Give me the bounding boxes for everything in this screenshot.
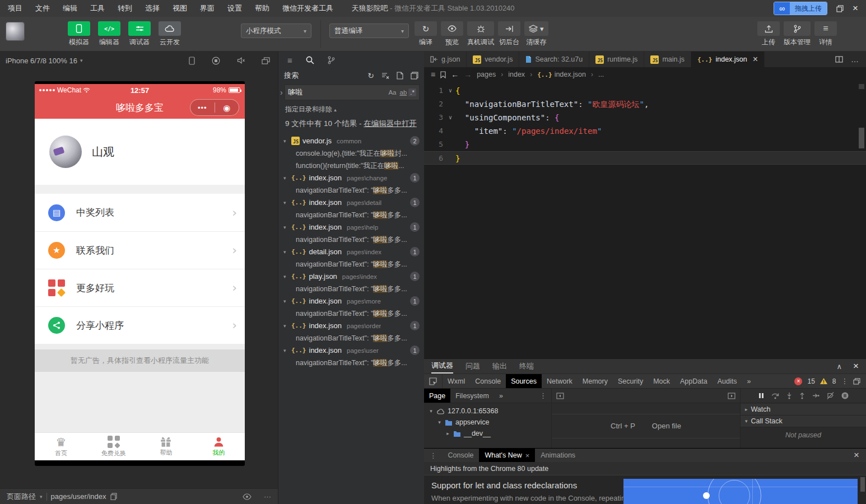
debugger-tab-终端[interactable]: 终端: [519, 359, 534, 374]
tree-node-appservice[interactable]: ▾appservice: [424, 417, 551, 428]
search-result-file[interactable]: ▾{..}index.jsonpages\detail1: [278, 197, 424, 209]
devtools-tab-AppData[interactable]: AppData: [675, 374, 713, 388]
breadcrumb-item[interactable]: ...: [598, 71, 604, 78]
drawer-menu-icon[interactable]: ⋮: [424, 449, 443, 462]
error-badge-icon[interactable]: ×: [794, 377, 802, 385]
windows-icon[interactable]: [262, 57, 270, 64]
close-tab-icon[interactable]: ×: [525, 451, 530, 460]
phone-tab-我的[interactable]: 我的: [192, 433, 245, 460]
expand-sidebar-icon[interactable]: [728, 393, 735, 399]
nav-tab-Filesystem[interactable]: Filesystem: [450, 389, 494, 403]
step-into-icon[interactable]: [786, 392, 792, 399]
forward-icon[interactable]: →: [464, 70, 472, 79]
menubar-item[interactable]: 界面: [200, 3, 215, 13]
mode-button-simulator[interactable]: 模拟器: [66, 21, 92, 47]
phone-tab-免费兑换[interactable]: 免费兑换: [87, 433, 140, 460]
search-match-line[interactable]: navigationBarTitleText": "哆啦多多...: [278, 357, 424, 369]
search-match-line[interactable]: navigationBarTitleText": "哆啦多多...: [278, 258, 424, 270]
drag-upload-button[interactable]: ∞ 拖拽上传: [774, 2, 827, 15]
fold-icon[interactable]: ∨: [445, 111, 455, 124]
toolbar-action-git-branch[interactable]: 版本管理: [784, 21, 811, 47]
search-match-line[interactable]: navigationBarTitleText": "哆啦多多...: [278, 234, 424, 246]
menubar-item[interactable]: 选择: [145, 3, 160, 13]
code-line[interactable]: 1∨{: [424, 84, 866, 97]
more-options-icon[interactable]: ···: [264, 492, 271, 501]
search-match-line[interactable]: console.log(e),{title:"我正在哆啦封...: [278, 147, 424, 160]
search-match-line[interactable]: function(){return{title:"我正在哆啦...: [278, 160, 424, 172]
clear-results-icon[interactable]: [381, 72, 389, 80]
devtools-tab-Audits[interactable]: Audits: [713, 374, 742, 388]
code-line[interactable]: 2 "navigationBarTitleText": "欧皇源码论坛",: [424, 97, 866, 111]
phone-tab-帮助[interactable]: 帮助: [140, 433, 193, 460]
breadcrumb-item[interactable]: pages: [477, 71, 496, 78]
editor-tab-vendor.js[interactable]: JSvendor.js: [467, 52, 519, 67]
step-over-icon[interactable]: [771, 393, 779, 399]
collapse-panel-icon[interactable]: ∧: [837, 362, 842, 371]
fold-icon[interactable]: ∨: [445, 84, 455, 97]
code-line[interactable]: 6}: [424, 151, 866, 165]
menubar-item[interactable]: 视图: [173, 3, 187, 13]
search-result-file[interactable]: ▾{..}index.jsonpages\change1: [278, 172, 424, 184]
code-line[interactable]: 5 }: [424, 138, 866, 151]
menubar-item[interactable]: 设置: [227, 3, 242, 13]
search-result-file[interactable]: ▾{..}index.jsonpages\order1: [278, 320, 424, 332]
exit-target-icon[interactable]: ◉: [215, 104, 239, 112]
whole-word-icon[interactable]: ab: [398, 88, 409, 96]
path-label[interactable]: 页面路径: [7, 492, 36, 502]
search-result-file[interactable]: ▾{..}index.jsonpages\help1: [278, 221, 424, 234]
devtools-tab-Mock[interactable]: Mock: [648, 374, 675, 388]
menubar-item[interactable]: 转到: [118, 3, 132, 13]
mode-button-code[interactable]: </>编辑器: [96, 21, 122, 47]
toolbar-action-eye[interactable]: 预览: [441, 21, 463, 47]
devtools-tab-»[interactable]: »: [742, 374, 756, 388]
toolbar-action-details[interactable]: ≡详情: [814, 21, 837, 47]
whats-new-heading[interactable]: Support for let and class redeclarations: [431, 480, 577, 490]
match-case-icon[interactable]: Aa: [387, 88, 398, 96]
capsule-menu[interactable]: ••• ◉: [190, 99, 239, 116]
drawer-tab-Console[interactable]: Console: [443, 449, 479, 462]
open-results-icon[interactable]: [397, 72, 403, 80]
menu-item-row[interactable]: 分享小程序›: [35, 306, 245, 344]
breadcrumb-item[interactable]: index: [508, 71, 525, 78]
search-match-line[interactable]: navigationBarTitleText": "哆啦多多...: [278, 332, 424, 344]
editor-tab-main.js[interactable]: JSmain.js: [644, 52, 691, 67]
devtools-tab-Security[interactable]: Security: [613, 374, 648, 388]
menu-item-row[interactable]: 更多好玩›: [35, 269, 245, 306]
menubar-item[interactable]: 微信开发者工具: [282, 3, 333, 13]
callstack-section[interactable]: ▾ Call Stack: [741, 416, 866, 427]
devtools-tab-Wxml[interactable]: Wxml: [443, 374, 470, 388]
devtools-menu-icon[interactable]: ⋮: [841, 377, 849, 385]
menubar-item[interactable]: 项目: [8, 3, 22, 13]
git-panel-icon[interactable]: [328, 56, 335, 64]
menubar-item[interactable]: 工具: [90, 3, 105, 13]
debugger-tab-调试器[interactable]: 调试器: [431, 359, 453, 374]
toolbar-action-bug[interactable]: 真机调试: [467, 21, 494, 47]
back-icon[interactable]: ←: [451, 70, 459, 79]
debugger-tab-输出[interactable]: 输出: [492, 359, 507, 374]
split-editor-icon[interactable]: [835, 56, 843, 63]
toolbar-action-upload[interactable]: 上传: [757, 21, 780, 47]
search-result-file[interactable]: ▾{..}play.jsonpages\index1: [278, 270, 424, 283]
eye-icon[interactable]: [243, 493, 252, 500]
pause-icon[interactable]: [758, 393, 764, 399]
menubar-item[interactable]: 编辑: [63, 3, 77, 13]
collapse-sidebar-icon[interactable]: [556, 393, 564, 399]
close-panel-icon[interactable]: ×: [853, 361, 859, 372]
nav-tab-»[interactable]: »: [494, 389, 508, 403]
search-match-line[interactable]: navigationBarTitleText": "哆啦多多...: [278, 184, 424, 197]
editor-tab-index.json[interactable]: {..}index.json×: [691, 52, 765, 67]
tree-node-127.0.0.1:65368[interactable]: ▾127.0.0.1:65368: [424, 405, 551, 417]
toolbar-action-layers[interactable]: ▾清缓存: [524, 21, 548, 47]
step-out-icon[interactable]: [799, 392, 805, 399]
outline-icon[interactable]: ≡: [431, 70, 435, 79]
search-match-line[interactable]: navigationBarTitleText": "哆啦多多...: [278, 209, 424, 221]
devtools-tab-Sources[interactable]: Sources: [506, 374, 542, 388]
toolbar-action-to-background[interactable]: 切后台: [498, 21, 520, 47]
debugger-tab-问题[interactable]: 问题: [465, 359, 480, 374]
open-in-editor-link[interactable]: 在编辑器中打开: [364, 119, 417, 128]
project-avatar[interactable]: [6, 22, 25, 41]
menu-item-row[interactable]: ▤中奖列表›: [35, 194, 245, 231]
close-window-icon[interactable]: ×: [853, 3, 858, 14]
close-tab-icon[interactable]: ×: [753, 54, 758, 64]
more-actions-icon[interactable]: …: [851, 55, 859, 64]
